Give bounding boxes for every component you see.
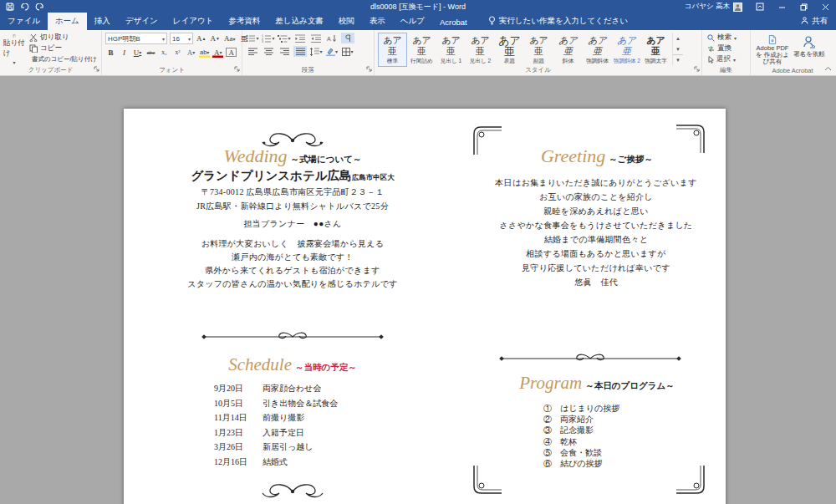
schedule-row: 1月23日入籍予定日: [214, 427, 415, 442]
superscript-button[interactable]: x²: [172, 47, 183, 58]
change-case-button[interactable]: Aa▾: [223, 33, 237, 44]
svg-text:3: 3: [262, 40, 263, 43]
ribbon-display-options-icon[interactable]: [749, 0, 771, 13]
shading-button[interactable]: ▾: [325, 46, 339, 57]
shrink-font-button[interactable]: A▼: [209, 33, 220, 44]
underline-button[interactable]: U▾: [132, 47, 143, 58]
group-clipboard: 貼り付け ▾ 切り取り コピー 書式のコピー/貼り付け クリップボード: [0, 30, 102, 75]
tab-layout[interactable]: レイアウト: [166, 13, 222, 30]
align-left-button[interactable]: [246, 46, 259, 57]
decrease-indent-button[interactable]: [293, 33, 307, 43]
replace-button[interactable]: 置換: [706, 43, 738, 53]
grow-font-button[interactable]: A▲: [196, 33, 206, 44]
format-painter-button[interactable]: 書式のコピー/貼り付け: [28, 54, 98, 64]
tell-me-box[interactable]: 実行したい作業を入力してください: [483, 13, 633, 30]
tab-insert[interactable]: 挿入: [87, 13, 118, 30]
svg-text:A: A: [327, 36, 331, 42]
group-editing: 検索▾ 置換 選択▾ 編集: [702, 30, 751, 75]
styles-scroll-up[interactable]: ▲: [673, 33, 683, 43]
undo-icon[interactable]: [20, 3, 29, 11]
share-button[interactable]: 共有: [793, 13, 836, 30]
font-color-button[interactable]: A▾: [212, 47, 223, 58]
text-effects-button[interactable]: A▾: [186, 47, 196, 58]
character-border-button[interactable]: A: [226, 48, 237, 57]
numbered-list-button[interactable]: 123▾: [262, 33, 275, 43]
styles-scroll-down[interactable]: ▼: [673, 43, 683, 54]
paste-button[interactable]: 貼り付け ▾: [3, 33, 25, 65]
formatting-marks-button[interactable]: [341, 33, 354, 43]
tab-mailings[interactable]: 差し込み文書: [268, 13, 330, 30]
tab-acrobat[interactable]: Acrobat: [432, 14, 475, 30]
tab-home[interactable]: ホーム: [48, 13, 87, 30]
greeting-signature: 悠眞 佳代: [471, 277, 721, 288]
program-title: Program: [519, 373, 582, 393]
subscript-button[interactable]: x₂: [159, 47, 170, 58]
tab-design[interactable]: デザイン: [118, 13, 166, 30]
flourish-bow-icon: [257, 481, 328, 501]
highlight-color-button[interactable]: ab▾: [199, 47, 210, 58]
style-emphasis-italic2[interactable]: あア亜強調斜体 2: [612, 33, 641, 67]
tab-view[interactable]: 表示: [362, 13, 393, 30]
font-size-dropdown: ▾: [188, 36, 191, 42]
wedding-title: Wedding: [223, 145, 287, 166]
align-right-button[interactable]: [278, 46, 291, 57]
style-heading1[interactable]: あア亜見出し 1: [436, 33, 466, 67]
tab-help[interactable]: ヘルプ: [393, 13, 432, 30]
strikethrough-button[interactable]: abc: [145, 47, 156, 58]
save-icon[interactable]: [6, 3, 14, 11]
tab-file[interactable]: ファイル: [0, 13, 48, 30]
tab-review[interactable]: 校閲: [331, 13, 362, 30]
justify-button[interactable]: [293, 46, 307, 57]
font-size-combo[interactable]: 16 ▾: [170, 33, 193, 44]
style-emphasis-italic[interactable]: あア亜強調斜体: [583, 33, 612, 67]
program-corner-bottom-right: [675, 465, 706, 498]
style-italic[interactable]: あア亜斜体: [553, 33, 583, 67]
line-spacing-button[interactable]: ▾: [309, 46, 323, 57]
greeting-line-3: 親睦を深めあえればと思い: [471, 206, 721, 217]
font-name-combo[interactable]: HGP明朝B ▾: [105, 33, 167, 44]
program-corner-bottom-left: [472, 465, 502, 498]
document-page[interactable]: Wedding ～式場について～ グランドプリンスホテル広島広島市中区大 〒73…: [124, 109, 726, 504]
style-normal[interactable]: あア亜標準: [378, 33, 407, 67]
maximize-button[interactable]: [793, 0, 814, 13]
style-subtitle[interactable]: あア亜副題: [524, 33, 553, 67]
avatar[interactable]: [733, 3, 742, 12]
copy-button[interactable]: コピー: [28, 43, 98, 53]
greeting-line-5: 結婚までの準備期間色々と: [471, 234, 721, 246]
borders-button[interactable]: ▾: [341, 46, 354, 57]
style-title[interactable]: あア亜表題: [495, 33, 524, 67]
style-no-spacing[interactable]: あア亜行間詰め: [407, 33, 436, 67]
align-center-button[interactable]: [262, 46, 275, 57]
program-item: ① はじまりの挨拶: [543, 403, 711, 414]
increase-indent-button[interactable]: [309, 33, 323, 43]
wedding-note-3: 県外から来てくれるゲストも宿泊ができます: [167, 265, 418, 277]
bullet-list-button[interactable]: ▾: [246, 33, 259, 43]
divider-flourish-icon: [498, 353, 682, 364]
bold-button[interactable]: B: [105, 47, 116, 58]
multilevel-list-button[interactable]: ▾: [278, 33, 291, 43]
pdf-icon: [766, 35, 779, 44]
minimize-button[interactable]: [771, 0, 793, 13]
select-button[interactable]: 選択▾: [706, 54, 738, 64]
ribbon-tab-row: ファイル ホーム 挿入 デザイン レイアウト 参考資料 差し込み文書 校閲 表示…: [0, 13, 836, 30]
style-emphasis-bold[interactable]: あア亜強調太字: [641, 33, 670, 67]
create-pdf-button[interactable]: Adobe PDF を 作成および共有: [754, 33, 791, 65]
sort-button[interactable]: A: [325, 33, 339, 43]
styles-gallery-more[interactable]: ▼: [673, 54, 683, 65]
redo-icon[interactable]: [35, 3, 44, 11]
request-signatures-button[interactable]: 署名を依頼: [791, 33, 828, 65]
style-heading2[interactable]: あア亜見出し 2: [466, 33, 495, 67]
left-bottom-ornament: [167, 481, 418, 504]
italic-button[interactable]: I: [119, 47, 130, 58]
corner-ornament-icon: [675, 465, 706, 495]
qat-customize-icon[interactable]: ▾: [50, 4, 53, 10]
program-subtitle: ～本日のプログラム～: [585, 381, 674, 390]
paste-dropdown[interactable]: ▾: [13, 59, 15, 65]
program-heading: Program ～本日のプログラム～: [483, 373, 711, 394]
user-name[interactable]: コバヤシ 高木: [685, 2, 730, 12]
find-button[interactable]: 検索▾: [706, 33, 738, 43]
collapse-ribbon-icon[interactable]: [824, 64, 832, 73]
cut-button[interactable]: 切り取り: [28, 33, 98, 43]
tab-references[interactable]: 参考資料: [221, 13, 268, 30]
close-button[interactable]: [814, 0, 836, 13]
